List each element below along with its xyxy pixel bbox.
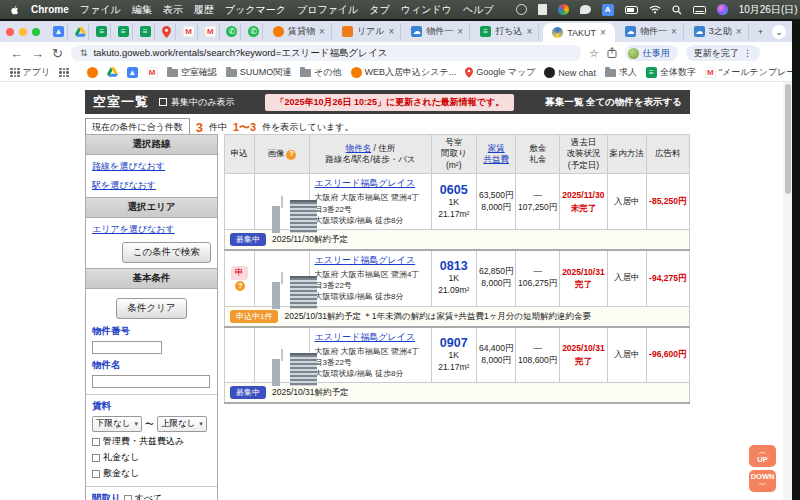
menu-bookmarks[interactable]: ブックマーク — [225, 3, 286, 17]
close-icon[interactable]: × — [671, 26, 677, 37]
fullscreen-window-button[interactable] — [32, 28, 40, 36]
page-scrollbar[interactable] — [783, 82, 792, 500]
tab-bukken-2[interactable]: ☁物件一× — [619, 23, 684, 40]
scrollbar-thumb[interactable] — [785, 84, 791, 194]
property-number-input[interactable] — [92, 341, 162, 354]
fee-included-checkbox[interactable]: 管理費・共益費込み — [92, 435, 211, 448]
property-photo[interactable] — [281, 196, 283, 208]
menu-history[interactable]: 履歴 — [194, 3, 214, 17]
photo-cell[interactable] — [254, 327, 310, 383]
property-name-link[interactable]: エスリード福島グレイス — [314, 254, 426, 267]
close-icon[interactable]: × — [457, 26, 463, 37]
reselect-station-link[interactable]: 駅を選びなおす — [92, 179, 156, 192]
property-name-input[interactable] — [92, 375, 210, 388]
apps-shortcut[interactable]: アプリ — [10, 66, 50, 79]
profile-chip[interactable]: 仕事用 — [625, 45, 678, 61]
close-icon[interactable]: × — [389, 26, 395, 37]
keyboard-icon[interactable] — [693, 3, 706, 16]
property-photo[interactable] — [281, 272, 283, 284]
active-only-filter[interactable]: 募集中のみ表示 — [159, 96, 234, 109]
apple-icon[interactable] — [10, 4, 20, 16]
reselect-route-link[interactable]: 路線を選びなおす — [92, 160, 165, 173]
checkbox-icon[interactable] — [159, 98, 167, 106]
pinned-tab-maps[interactable] — [159, 23, 177, 40]
close-window-button[interactable] — [6, 28, 14, 36]
tab-sannosuke[interactable]: ☁3之助× — [688, 23, 749, 40]
search-with-conditions-button[interactable]: この条件で検索 — [122, 242, 211, 263]
update-chrome-button[interactable]: 更新を完了⋮ — [686, 45, 760, 61]
close-icon[interactable]: × — [600, 27, 606, 38]
menu-view[interactable]: 表示 — [163, 3, 183, 17]
bookmark-icon-orange[interactable] — [87, 67, 98, 78]
pinned-tab-line-2[interactable]: ✆ — [245, 23, 263, 40]
menu-chrome[interactable]: Chrome — [31, 4, 69, 15]
bookmark-mail-template[interactable]: M"メールテンプレート... — [705, 66, 792, 79]
checkbox-icon[interactable] — [92, 454, 100, 462]
tab-groups-icon[interactable] — [59, 68, 69, 78]
scroll-down-button[interactable]: DOWN﹀ — [749, 470, 776, 492]
wifi-icon[interactable] — [649, 3, 661, 16]
siri-icon[interactable] — [717, 3, 728, 16]
room-number-link[interactable]: 0605 — [433, 183, 475, 197]
checkbox-icon[interactable] — [92, 438, 100, 446]
new-tab-button[interactable]: + — [753, 27, 768, 37]
minimize-window-button[interactable] — [19, 28, 27, 36]
sort-by-rent-link[interactable]: 家賃共益費 — [483, 143, 509, 164]
help-icon[interactable]: ? — [286, 150, 296, 160]
room-number-link[interactable]: 0907 — [433, 336, 475, 350]
more-icon[interactable]: ⋮ — [743, 48, 752, 58]
sort-by-name-link[interactable]: 物件名 — [346, 143, 372, 153]
bookmark-star-icon[interactable]: ☆ — [589, 47, 599, 60]
property-name-link[interactable]: エスリード福島グレイス — [314, 331, 426, 344]
help-icon[interactable]: ? — [235, 281, 245, 291]
tab-search-chevron-icon[interactable]: ⌄ — [772, 25, 786, 39]
tab-bukken-1[interactable]: ☁物件一× — [405, 23, 470, 40]
property-photo[interactable] — [281, 349, 283, 361]
back-icon[interactable]: ← — [10, 47, 23, 60]
tab-uchikomi[interactable]: ≡打ち込× — [474, 23, 539, 40]
clipboard-icon[interactable] — [538, 3, 547, 16]
tab-takuto-active[interactable]: TAKUT× — [543, 23, 615, 42]
rent-min-select[interactable]: 下限なし▾ — [92, 416, 142, 432]
bookmark-google-maps[interactable]: Google マップ — [465, 66, 535, 79]
pinned-tab-gmail-1[interactable]: M — [180, 23, 198, 40]
close-icon[interactable]: × — [736, 26, 742, 37]
battery-icon[interactable] — [625, 3, 638, 16]
pinned-tab-gmail-2[interactable]: M — [202, 23, 220, 40]
photo-cell[interactable] — [254, 250, 310, 306]
reselect-area-link[interactable]: エリアを選びなおす — [92, 224, 175, 234]
menu-window[interactable]: ウィンドウ — [401, 3, 452, 17]
menu-edit[interactable]: 編集 — [132, 3, 152, 17]
scroll-up-button[interactable]: ︿UP — [749, 445, 776, 467]
bookmark-icon-gmail[interactable]: M — [147, 67, 158, 78]
reload-icon[interactable]: ↻ — [52, 47, 63, 60]
room-number-link[interactable]: 0813 — [433, 259, 475, 273]
checkbox-icon[interactable] — [92, 470, 100, 478]
bookmark-icon-photos[interactable]: ▲ — [127, 67, 138, 78]
bookmark-web-moushikomi[interactable]: WEB入居申込システ... — [351, 66, 457, 79]
bookmark-folder-suumo[interactable]: SUUMO関連 — [226, 66, 292, 79]
bookmark-folder-other[interactable]: その他 — [300, 66, 341, 79]
rent-max-select[interactable]: 上限なし▾ — [157, 416, 207, 432]
show-all-properties-link[interactable]: 募集一覧 全ての物件を表示する — [545, 96, 682, 109]
site-settings-icon[interactable]: ⇅ — [80, 48, 88, 58]
bookmark-zentai-suji[interactable]: ≡全体数字 — [646, 66, 696, 79]
pinned-tab-sheets-2[interactable]: ≡ — [115, 23, 133, 40]
photo-cell[interactable] — [254, 174, 310, 230]
no-key-money-checkbox[interactable]: 礼金なし — [92, 451, 211, 464]
bookmark-folder-kushitsu[interactable]: 空室確認 — [167, 66, 217, 79]
pinned-tab-sheets-1[interactable]: ≡ — [93, 23, 111, 40]
tab-real[interactable]: リアル× — [336, 23, 401, 40]
menu-file[interactable]: ファイル — [80, 3, 121, 17]
bookmark-folder-kyujin[interactable]: 求人 — [605, 66, 637, 79]
pinned-tab-line-1[interactable]: ✆ — [224, 23, 242, 40]
close-icon[interactable]: × — [319, 26, 325, 37]
search-icon[interactable] — [672, 3, 682, 16]
no-deposit-checkbox[interactable]: 敷金なし — [92, 467, 211, 480]
bookmark-new-chat[interactable]: New chat — [544, 67, 596, 78]
clear-conditions-button[interactable]: 条件クリア — [116, 298, 186, 319]
share-icon[interactable] — [607, 47, 617, 60]
app-status-icon[interactable] — [516, 3, 527, 16]
menu-tabs[interactable]: タブ — [369, 3, 389, 17]
pinned-tab-drive[interactable] — [72, 23, 90, 40]
